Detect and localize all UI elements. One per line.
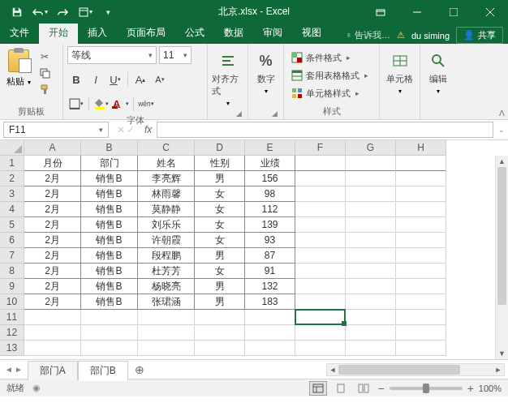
cell[interactable] [396, 325, 446, 341]
zoom-out-button[interactable]: − [377, 382, 384, 395]
cell[interactable] [346, 202, 396, 217]
font-name-combo[interactable]: 等线▾ [67, 46, 157, 64]
cell[interactable] [396, 279, 446, 294]
paste-button[interactable]: 粘贴 ▾ [4, 46, 33, 88]
fill-color-button[interactable]: ▾ [93, 95, 110, 113]
row-header[interactable]: 8 [0, 264, 24, 279]
cells-button[interactable]: 单元格▾ [384, 46, 415, 95]
cell[interactable]: 2月 [24, 186, 81, 202]
cell[interactable] [295, 202, 346, 217]
cell[interactable]: 87 [245, 248, 295, 264]
cell[interactable]: 139 [245, 217, 295, 233]
tab-view[interactable]: 视图 [292, 23, 331, 44]
tab-formula[interactable]: 公式 [175, 23, 214, 44]
row-header[interactable]: 5 [0, 217, 24, 233]
cell[interactable] [295, 233, 346, 248]
dialog-launcher-icon[interactable]: ◢ [236, 109, 242, 118]
cell[interactable] [295, 294, 346, 310]
cell[interactable] [81, 341, 138, 356]
dialog-launcher-icon[interactable]: ◢ [272, 109, 278, 118]
cell[interactable]: 2月 [24, 202, 81, 217]
cell[interactable] [81, 310, 138, 325]
cell[interactable]: 销售B [81, 264, 138, 279]
cell[interactable]: 杜芳芳 [138, 264, 195, 279]
tab-layout[interactable]: 页面布局 [117, 23, 175, 44]
copy-button[interactable] [37, 66, 53, 80]
row-header[interactable]: 9 [0, 279, 24, 294]
scroll-left-icon[interactable]: ◄ [327, 364, 338, 375]
cell[interactable]: 林雨馨 [138, 186, 195, 202]
row-header[interactable]: 6 [0, 233, 24, 248]
col-header-A[interactable]: A [24, 140, 81, 156]
cell[interactable]: 2月 [24, 294, 81, 310]
horizontal-scrollbar[interactable]: ◄ ► [326, 363, 505, 376]
cell[interactable] [295, 171, 346, 186]
tab-file[interactable]: 文件 [0, 23, 39, 44]
editing-button[interactable]: 编辑▾ [424, 46, 452, 95]
close-button[interactable] [471, 0, 508, 24]
col-header-B[interactable]: B [81, 140, 138, 156]
cell[interactable]: 93 [245, 233, 295, 248]
cell[interactable]: 183 [245, 294, 295, 310]
number-format-button[interactable]: %数字▾ [252, 46, 279, 95]
cell[interactable] [396, 294, 446, 310]
cell[interactable]: 女 [195, 264, 245, 279]
cell[interactable]: 女 [195, 202, 245, 217]
cell[interactable] [138, 325, 195, 341]
scroll-down-icon[interactable]: ▼ [496, 348, 508, 359]
cell[interactable]: 2月 [24, 233, 81, 248]
cell[interactable]: 女 [195, 233, 245, 248]
cell[interactable] [396, 186, 446, 202]
view-page-layout-button[interactable] [332, 381, 350, 396]
cell[interactable]: 2月 [24, 248, 81, 264]
col-header-G[interactable]: G [346, 140, 396, 156]
sheet-tab-a[interactable]: 部门A [28, 361, 78, 380]
cell[interactable] [346, 341, 396, 356]
row-header[interactable]: 1 [0, 156, 24, 171]
zoom-slider[interactable] [390, 387, 463, 390]
redo-button[interactable] [52, 2, 73, 22]
underline-button[interactable]: U▾ [106, 71, 124, 88]
qat-button[interactable]: ▾ [75, 2, 96, 22]
cell[interactable]: 莫静静 [138, 202, 195, 217]
row-header[interactable]: 12 [0, 325, 24, 341]
cell[interactable]: 销售B [81, 186, 138, 202]
cell[interactable] [195, 310, 245, 325]
maximize-button[interactable] [435, 0, 471, 24]
cell[interactable]: 112 [245, 202, 295, 217]
save-button[interactable] [6, 2, 28, 22]
row-header[interactable]: 13 [0, 341, 24, 356]
cell[interactable] [295, 156, 346, 171]
cell-styles-button[interactable]: 单元格样式▸ [288, 85, 372, 101]
cell[interactable] [396, 156, 446, 171]
font-size-combo[interactable]: 11▾ [159, 46, 192, 64]
minimize-button[interactable] [398, 0, 435, 24]
cell[interactable] [195, 325, 245, 341]
row-header[interactable]: 3 [0, 186, 24, 202]
row-header[interactable]: 2 [0, 171, 24, 186]
cell[interactable]: 2月 [24, 171, 81, 186]
cell[interactable] [346, 294, 396, 310]
cell[interactable] [295, 310, 346, 325]
cell[interactable] [346, 279, 396, 294]
cell[interactable]: 销售B [81, 279, 138, 294]
cell[interactable] [245, 325, 295, 341]
cell[interactable] [295, 341, 346, 356]
shrink-font-button[interactable]: A▾ [151, 71, 169, 88]
cell[interactable]: 女 [195, 186, 245, 202]
tab-data[interactable]: 数据 [214, 23, 253, 44]
col-header-H[interactable]: H [396, 140, 446, 156]
tab-insert[interactable]: 插入 [78, 23, 117, 44]
cell[interactable]: 段程鹏 [138, 248, 195, 264]
scroll-thumb[interactable] [497, 167, 506, 305]
italic-button[interactable]: I [87, 71, 105, 88]
cell[interactable]: 销售B [81, 171, 138, 186]
cell[interactable] [295, 217, 346, 233]
cell[interactable]: 销售B [81, 217, 138, 233]
cell[interactable] [346, 186, 396, 202]
row-header[interactable]: 4 [0, 202, 24, 217]
cell[interactable] [396, 248, 446, 264]
cell[interactable]: 姓名 [138, 156, 195, 171]
view-normal-button[interactable] [309, 381, 327, 396]
row-header[interactable]: 11 [0, 310, 24, 325]
